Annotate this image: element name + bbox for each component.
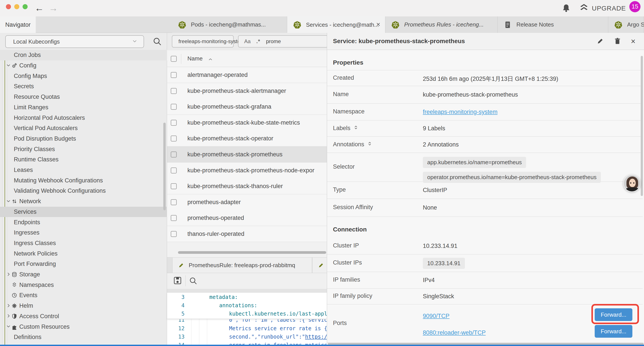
table-row[interactable]: kube-prometheus-stack-grafana xyxy=(167,99,327,115)
sidebar-scrollbar[interactable] xyxy=(163,123,166,210)
name-column-header[interactable]: Name xyxy=(188,55,202,62)
table-row[interactable]: kube-prometheus-stack-operator xyxy=(167,130,327,146)
table-horizontal-scrollbar[interactable] xyxy=(178,251,326,254)
sidebar-item-ingress-classes[interactable]: Ingress Classes xyxy=(0,238,167,249)
tab-prometheus-rules-icecheng[interactable]: Prometheus Rules - icecheng... xyxy=(385,16,498,33)
row-checkbox[interactable] xyxy=(171,168,177,173)
tab-navigator[interactable]: Navigator xyxy=(0,16,36,33)
sidebar-item-limit-ranges[interactable]: Limit Ranges xyxy=(0,102,167,113)
table-row[interactable]: prometheus-operated xyxy=(167,210,327,226)
chevron-right-icon[interactable] xyxy=(6,303,12,309)
row-checkbox[interactable] xyxy=(171,152,177,157)
tab-services-icecheng-math[interactable]: Services - icecheng@math...× xyxy=(287,16,385,33)
delete-trash-icon[interactable] xyxy=(614,37,621,45)
sidebar-item-validating-webhook-configurations[interactable]: Validating Webhook Configurations xyxy=(0,186,167,196)
row-checkbox[interactable] xyxy=(171,104,177,110)
chevron-down-icon[interactable] xyxy=(6,324,12,329)
sidebar-item-priority-classes[interactable]: Priority Classes xyxy=(0,144,167,154)
save-icon[interactable] xyxy=(173,276,182,286)
row-checkbox[interactable] xyxy=(171,215,177,221)
avatar[interactable] xyxy=(623,175,641,192)
sort-toggle-icon[interactable] xyxy=(367,141,373,148)
row-checkbox[interactable] xyxy=(171,136,177,141)
sidebar-item-config[interactable]: Config xyxy=(0,60,167,71)
sidebar-item-access-control[interactable]: Access Control xyxy=(0,311,167,322)
close-icon[interactable]: × xyxy=(631,37,636,45)
forward-button[interactable]: Forward... xyxy=(595,325,632,338)
sidebar-item-endpoints[interactable]: Endpoints xyxy=(0,217,167,228)
notifications-bell-icon[interactable] xyxy=(562,3,571,13)
sidebar-item-mutating-webhook-configurations[interactable]: Mutating Webhook Configurations xyxy=(0,175,167,186)
tab-pods-icecheng-mathmas[interactable]: Pods - icecheng@mathmas... xyxy=(172,16,287,33)
table-row[interactable]: thanos-ruler-operated xyxy=(167,226,327,242)
sort-ascending-icon[interactable] xyxy=(208,57,213,63)
window-minimize-button[interactable] xyxy=(14,4,19,9)
sidebar-item-custom-resources[interactable]: Custom Resources xyxy=(0,322,167,332)
sidebar-item-namespaces[interactable]: Namespaces xyxy=(0,280,167,290)
panel-horizontal-scrollbar[interactable] xyxy=(328,343,644,345)
table-row[interactable]: kube-prometheus-stack-thanos-ruler xyxy=(167,178,327,194)
chevron-down-icon[interactable] xyxy=(6,63,12,68)
sidebar-item-port-forwarding[interactable]: Port Forwarding xyxy=(0,259,167,269)
close-icon[interactable]: × xyxy=(376,20,380,28)
table-row[interactable]: prometheus-adapter xyxy=(167,194,327,210)
table-row[interactable]: kube-prometheus-stack-alertmanager xyxy=(167,83,327,99)
sidebar-item-events[interactable]: Events xyxy=(0,290,167,301)
regex-icon[interactable]: .* xyxy=(256,38,260,44)
editor-tab-partial[interactable] xyxy=(312,258,327,273)
yaml-editor[interactable]: 3 metadata:4 annotations:5 kubectl.kuber… xyxy=(167,293,327,346)
panel-scrollbar[interactable] xyxy=(641,56,643,196)
match-case-icon[interactable]: Aa xyxy=(244,38,250,44)
sidebar-item-network[interactable]: Network xyxy=(0,196,167,207)
row-checkbox[interactable] xyxy=(171,231,177,237)
chevron-right-icon[interactable] xyxy=(6,272,12,277)
table-row[interactable]: kube-prometheus-stack-kube-state-metrics xyxy=(167,115,327,131)
select-all-checkbox[interactable] xyxy=(171,56,177,62)
notification-count-badge[interactable]: 15 xyxy=(629,1,640,12)
code-text: annotations: xyxy=(219,303,257,309)
back-icon[interactable]: ← xyxy=(35,2,44,14)
port-link[interactable]: 9090/TCP xyxy=(423,313,450,320)
sidebar-item-definitions[interactable]: Definitions xyxy=(0,332,167,343)
sidebar-item-secrets[interactable]: Secrets xyxy=(0,81,167,92)
editor-tab-prometheusrule[interactable]: PrometheusRule: freeleaps-prod-rabbitmq xyxy=(172,258,312,273)
sidebar-item-network-policies[interactable]: Network Policies xyxy=(0,248,167,259)
forward-icon[interactable]: → xyxy=(49,2,58,14)
sidebar-search-icon[interactable] xyxy=(152,37,162,47)
sidebar-item-runtime-classes[interactable]: Runtime Classes xyxy=(0,154,167,165)
sidebar-item-storage[interactable]: Storage xyxy=(0,269,167,280)
editor-search-icon[interactable] xyxy=(189,277,197,286)
sidebar-item-ingresses[interactable]: Ingresses xyxy=(0,228,167,238)
name-filter-input[interactable]: Aa .* prome xyxy=(238,35,328,47)
table-row[interactable]: kube-prometheus-stack-prometheus-node-ex… xyxy=(167,162,327,178)
namespace-selector-dropdown[interactable]: freeleaps-monitoring-system xyxy=(172,35,234,47)
port-link[interactable]: 8080:reloader-web/TCP xyxy=(423,329,486,336)
sidebar-item-services[interactable]: Services xyxy=(0,207,167,217)
namespace-link[interactable]: freeleaps-monitoring-system xyxy=(423,109,498,115)
row-checkbox[interactable] xyxy=(171,88,177,94)
table-row[interactable]: kube-prometheus-stack-prometheus xyxy=(167,146,327,162)
tab-release-notes[interactable]: Release Notes xyxy=(498,16,608,33)
sidebar-item-pod-disruption-budgets[interactable]: Pod Disruption Budgets xyxy=(0,134,167,144)
chevron-down-icon[interactable] xyxy=(6,199,12,204)
chevron-right-icon[interactable] xyxy=(6,314,12,319)
window-close-button[interactable] xyxy=(6,4,11,9)
tab-argo-se[interactable]: Argo Se xyxy=(608,16,644,33)
sidebar-item-horizontal-pod-autoscalers[interactable]: Horizontal Pod Autoscalers xyxy=(0,113,167,123)
kubeconfig-selector-dropdown[interactable]: Local Kubeconfigs xyxy=(5,35,144,48)
row-checkbox[interactable] xyxy=(171,120,177,126)
sidebar-item-vertical-pod-autoscalers[interactable]: Vertical Pod Autoscalers xyxy=(0,123,167,134)
sidebar-item-leases[interactable]: Leases xyxy=(0,165,167,175)
row-checkbox[interactable] xyxy=(171,183,177,189)
sidebar-item-helm[interactable]: Helm xyxy=(0,301,167,311)
sidebar-item-config-maps[interactable]: Config Maps xyxy=(0,71,167,81)
row-checkbox[interactable] xyxy=(171,199,177,205)
table-row[interactable]: alertmanager-operated xyxy=(167,67,327,83)
sidebar-item-cron-jobs[interactable]: Cron Jobs xyxy=(0,50,167,60)
edit-pencil-icon[interactable] xyxy=(597,37,604,45)
window-zoom-button[interactable] xyxy=(22,4,28,9)
upgrade-button[interactable]: UPGRADE xyxy=(579,3,626,13)
sort-toggle-icon[interactable] xyxy=(354,125,359,132)
row-checkbox[interactable] xyxy=(171,72,177,78)
sidebar-item-resource-quotas[interactable]: Resource Quotas xyxy=(0,92,167,102)
